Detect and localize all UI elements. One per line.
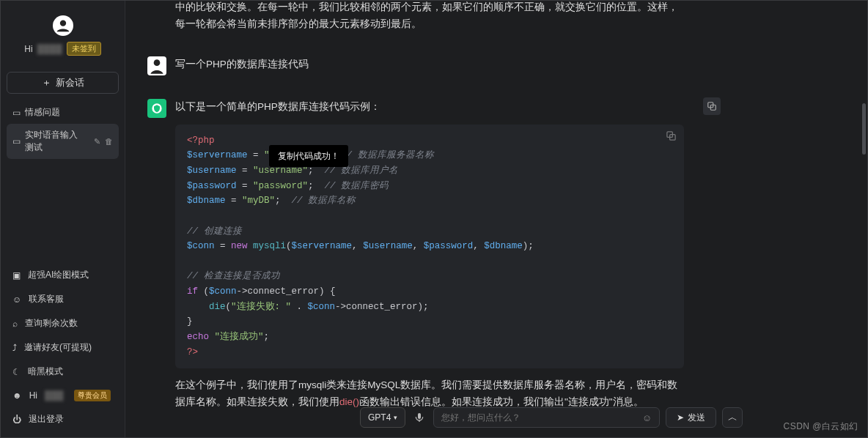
greeting-text: Hi [24, 44, 32, 54]
plus-icon: ＋ [42, 76, 51, 89]
svg-point-1 [154, 59, 161, 66]
sidebar-link-invite[interactable]: ⤴ 邀请好友(可提现) [5, 335, 120, 360]
account-label: Hi [29, 390, 37, 401]
model-selector[interactable]: GPT4 ▾ [360, 407, 405, 428]
user-message: 写一个PHP的数据库连接代码 [125, 45, 867, 87]
main-panel: arr[j + i] = temp; } } } } } } 在这个例子中，我们… [125, 1, 867, 437]
svg-point-0 [59, 21, 65, 26]
username-masked: ████ [37, 44, 62, 54]
signin-badge[interactable]: 未签到 [67, 42, 101, 56]
vip-badge: 尊贵会员 [74, 390, 111, 401]
sidebar-link-support[interactable]: ☺ 联系客服 [5, 287, 120, 311]
link-label: 联系客服 [29, 293, 64, 305]
session-label: 实时语音输入测试 [25, 129, 85, 154]
sidebar-link-darkmode[interactable]: ☾ 暗黑模式 [5, 360, 120, 384]
share-icon: ⤴ [12, 343, 17, 353]
copy-message-button[interactable] [703, 97, 721, 115]
sidebar: Hi ████ 未签到 ＋ 新会话 ▭ 情感问题 ▭ 实时语音输入测试 ✎ 🗑 [1, 1, 125, 437]
code-content-php: <?php $servername = "localhost"; // 数据库服… [175, 125, 684, 368]
new-session-button[interactable]: ＋ 新会话 [7, 72, 119, 94]
sidebar-link-quota[interactable]: ⌕ 查询剩余次数 [5, 311, 120, 335]
chevron-up-icon: ︿ [728, 411, 738, 424]
chat-icon: ▭ [12, 136, 21, 146]
model-label: GPT4 [368, 412, 391, 423]
image-icon: ▣ [12, 270, 21, 281]
search-icon: ⌕ [12, 319, 18, 329]
sidebar-link-draw[interactable]: ▣ 超强AI绘图模式 [5, 263, 120, 287]
user-icon: ☻ [12, 390, 22, 401]
ai-explanation-prev: 在这个例子中，我们使用了一个嵌套的for循环来实现冒泡排序。外部循环控制排序的轮… [175, 1, 684, 33]
copy-success-tooltip: 复制代码成功！ [269, 145, 348, 167]
send-icon: ➤ [677, 412, 684, 423]
logout-label: 退出登录 [29, 413, 64, 426]
user-avatar[interactable] [53, 15, 73, 36]
copy-code-button[interactable] [666, 130, 677, 146]
support-icon: ☺ [12, 294, 21, 305]
code-block-php: 复制代码成功！ <?php $servername = "localhost";… [175, 125, 684, 368]
send-button[interactable]: ➤ 发送 [666, 407, 716, 428]
sidebar-link-logout[interactable]: ⏻ 退出登录 [5, 407, 120, 431]
sidebar-link-account[interactable]: ☻ Hi ███ 尊贵会员 [5, 384, 120, 407]
link-label: 暗黑模式 [28, 365, 63, 378]
delete-icon[interactable]: 🗑 [105, 137, 113, 146]
session-item-emotion[interactable]: ▭ 情感问题 [7, 101, 119, 124]
session-item-voice-test[interactable]: ▭ 实时语音输入测试 ✎ 🗑 [7, 124, 119, 159]
link-label: 查询剩余次数 [25, 317, 78, 330]
ai-message-prev: arr[j + i] = temp; } } } } } } 在这个例子中，我们… [125, 1, 867, 45]
chat-input[interactable] [441, 412, 636, 423]
link-label: 邀请好友(可提现) [24, 341, 92, 354]
emoji-icon[interactable]: ☺ [642, 412, 652, 423]
ai-message: 以下是一个简单的PHP数据库连接代码示例： 复制代码成功！ <?php $ser… [125, 87, 867, 423]
chevron-down-icon: ▾ [394, 414, 397, 421]
chat-input-box[interactable]: ☺ [433, 407, 660, 428]
link-label: 超强AI绘图模式 [28, 269, 89, 281]
input-bar: GPT4 ▾ ☺ ➤ 发送 ︿ [360, 407, 743, 428]
user-text: 写一个PHP的数据库连接代码 [175, 56, 684, 73]
scroll-top-button[interactable]: ︿ [722, 407, 743, 428]
moon-icon: ☾ [12, 367, 21, 377]
mic-button[interactable] [411, 412, 427, 423]
new-session-label: 新会话 [56, 76, 84, 89]
user-avatar-small [147, 56, 166, 75]
edit-icon[interactable]: ✎ [94, 137, 100, 146]
session-label: 情感问题 [25, 106, 60, 119]
account-name-masked: ███ [45, 390, 64, 401]
ai-intro: 以下是一个简单的PHP数据库连接代码示例： [175, 99, 684, 116]
power-icon: ⏻ [12, 415, 21, 425]
send-label: 发送 [688, 412, 705, 424]
chat-scroll[interactable]: arr[j + i] = temp; } } } } } } 在这个例子中，我们… [125, 1, 867, 437]
svg-rect-6 [418, 413, 421, 419]
chat-icon: ▭ [12, 108, 21, 118]
ai-avatar [147, 99, 166, 118]
